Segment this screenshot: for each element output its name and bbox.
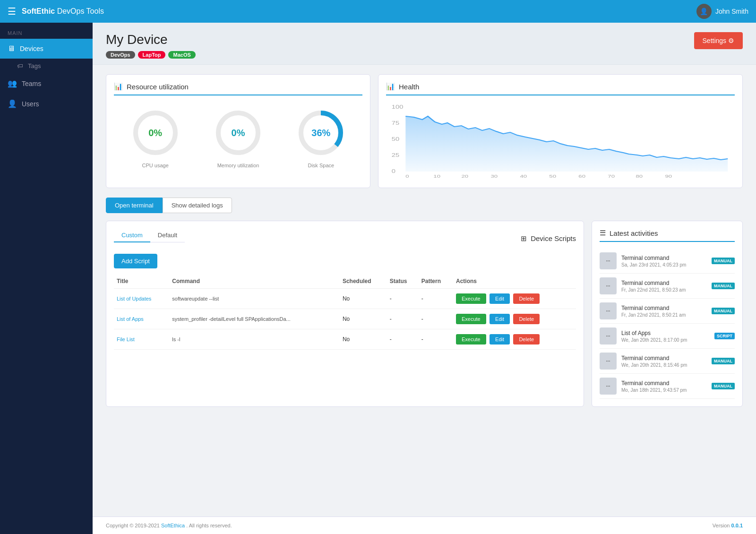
svg-text:0: 0 [405,174,409,179]
disk-chart: 36% Disk Space [295,107,347,168]
activity-icon: ··· [600,277,617,294]
avatar: 👤 [696,4,712,19]
user-name: John Smith [715,8,748,15]
col-pattern: Pattern [419,274,453,289]
svg-text:30: 30 [490,174,498,179]
settings-button[interactable]: Settings ⚙ [694,32,743,49]
table-row: File List ls -l No - - Execute Edit Dele… [114,329,576,350]
list-item: ··· Terminal command Fr, Jan 22nd 2021, … [600,299,735,324]
activity-info: Terminal command Sa, Jan 23rd 2021, 4:05… [621,255,707,267]
footer-rights: . All rights reserved. [186,523,232,528]
svg-text:50: 50 [392,137,399,142]
activity-badge: MANUAL [712,283,735,289]
cell-status: - [387,289,419,309]
page-title: My Device [106,32,196,47]
activity-info: List of Apps We, Jan 20th 2021, 8:17:00 … [621,330,710,343]
tags-row: DevOps LapTop MacOS [106,51,196,59]
charts-row: 0% CPU usage 0% [114,103,362,172]
activity-title: Terminal command [621,380,707,387]
activity-badge: MANUAL [712,308,735,314]
execute-button[interactable]: Execute [456,314,486,324]
tag-devops: DevOps [106,51,135,59]
health-panel-title: Health [399,83,419,91]
list-item: ··· Terminal command Sa, Jan 23rd 2021, … [600,249,735,274]
cell-title: List of Updates [114,289,169,309]
footer-brand-link[interactable]: SoftEthica [161,523,185,528]
activity-title: Terminal command [621,280,707,286]
scripts-panel: Custom Default ⊞ Device Scripts Add Scri… [106,221,584,407]
edit-button[interactable]: Edit [490,293,510,304]
activities-icon: ☰ [600,229,606,237]
scripts-panel-header: Custom Default ⊞ Device Scripts [114,229,576,248]
sidebar-item-label-tags: Tags [28,62,41,69]
activity-badge: SCRIPT [714,333,735,339]
col-actions: Actions [453,274,576,289]
execute-button[interactable]: Execute [456,334,486,345]
resource-panel-title: Resource utilization [127,83,189,91]
cell-command: system_profiler -detailLevel full SPAppl… [169,309,340,329]
svg-text:0: 0 [392,169,395,174]
col-scheduled: Scheduled [340,274,387,289]
activity-info: Terminal command Fr, Jan 22nd 2021, 8:50… [621,280,707,293]
svg-text:10: 10 [433,174,440,179]
inner-tab-custom[interactable]: Custom [114,229,150,242]
svg-text:75: 75 [392,121,399,126]
activity-icon: ··· [600,302,617,319]
disk-label: Disk Space [308,163,334,168]
inner-tab-default[interactable]: Default [150,229,185,242]
delete-button[interactable]: Delete [513,314,540,324]
users-icon: 👤 [8,99,17,108]
edit-button[interactable]: Edit [490,334,510,345]
add-script-button[interactable]: Add Script [114,254,157,268]
tab-open-terminal[interactable]: Open terminal [106,198,163,213]
activity-info: Terminal command Fr, Jan 22nd 2021, 8:50… [621,305,707,318]
col-title: Title [114,274,169,289]
footer: Copyright © 2019-2021 SoftEthica . All r… [93,517,756,534]
health-panel-header: 📊 Health [386,82,735,95]
activity-time: Mo, Jan 18th 2021, 9:43:57 pm [621,388,707,393]
activity-info: Terminal command Mo, Jan 18th 2021, 9:43… [621,380,707,393]
activity-title: Terminal command [621,355,707,362]
page-header: My Device DevOps LapTop MacOS Settings ⚙ [93,23,756,65]
sidebar-item-teams[interactable]: 👥 Teams [0,73,93,94]
svg-text:90: 90 [665,174,672,179]
cell-status: - [387,309,419,329]
health-icon: 📊 [386,82,395,91]
cell-title: File List [114,329,169,350]
list-item: ··· List of Apps We, Jan 20th 2021, 8:17… [600,324,735,349]
cell-scheduled: No [340,289,387,309]
activity-icon: ··· [600,378,617,395]
cell-actions: Execute Edit Delete [453,329,576,350]
hamburger-icon[interactable]: ☰ [8,6,16,17]
resource-panel-header: 📊 Resource utilization [114,82,362,95]
tab-show-detailed-logs[interactable]: Show detailed logs [163,198,232,213]
execute-button[interactable]: Execute [456,293,486,304]
grid-icon: ⊞ [521,234,527,243]
brand-logo: SoftEthic DevOps Tools [22,7,104,16]
inner-tabs: Custom Default [114,229,185,242]
table-row: List of Updates softwareupdate --list No… [114,289,576,309]
bar-chart-icon: 📊 [114,82,123,91]
col-command: Command [169,274,340,289]
sidebar-sub-item-tags[interactable]: 🏷 Tags [0,59,93,73]
cell-actions: Execute Edit Delete [453,309,576,329]
activity-time: Fr, Jan 22nd 2021, 8:50:21 am [621,312,707,318]
list-item: ··· Terminal command Mo, Jan 18th 2021, … [600,374,735,399]
cell-command: softwareupdate --list [169,289,340,309]
activity-icon: ··· [600,327,617,345]
sidebar-item-devices[interactable]: 🖥 Devices [0,39,93,59]
devices-icon: 🖥 [8,44,15,53]
edit-button[interactable]: Edit [490,314,510,324]
tag-laptop: LapTop [138,51,166,59]
activity-icon: ··· [600,252,617,269]
activity-title: Terminal command [621,305,707,311]
activity-badge: MANUAL [712,383,735,389]
delete-button[interactable]: Delete [513,334,540,345]
brand-soft: SoftEthic [22,7,55,15]
delete-button[interactable]: Delete [513,293,540,304]
tabs-row: Open terminal Show detailed logs [106,198,743,213]
panels-row: 📊 Resource utilization 0% [106,74,743,188]
memory-value: 0% [232,128,245,138]
content-area: 📊 Resource utilization 0% [93,65,756,517]
sidebar-item-users[interactable]: 👤 Users [0,94,93,114]
